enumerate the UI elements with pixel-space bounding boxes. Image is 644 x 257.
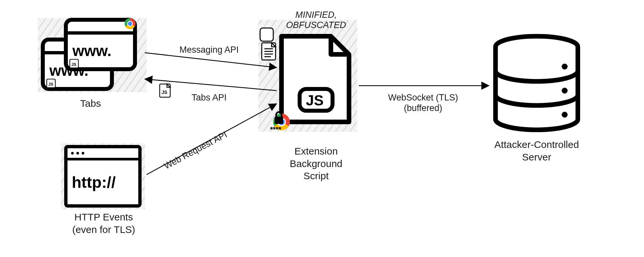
svg-point-18: [76, 152, 79, 155]
diagram-canvas: www. JS www. JS: [0, 0, 644, 257]
ext-script-label: Extension Background Script: [273, 145, 359, 182]
document-icon: [260, 28, 273, 41]
svg-point-30: [562, 88, 568, 94]
messaging-api-label: Messaging API: [173, 44, 245, 55]
svg-rect-32: [160, 84, 170, 97]
svg-text:JS: JS: [71, 62, 76, 67]
svg-rect-6: [43, 40, 112, 89]
svg-rect-27: [300, 89, 333, 111]
svg-rect-33: [275, 117, 283, 124]
ext-script-annotation: MINIFIED, OBFUSCATED: [273, 10, 359, 30]
svg-point-17: [71, 152, 74, 155]
ext-script-badge: JS: [306, 92, 324, 108]
tabs-api-label: Tabs API: [183, 92, 235, 103]
svg-point-28: [496, 36, 578, 57]
svg-rect-22: [262, 43, 276, 60]
http-window-text: http://: [72, 174, 116, 191]
websocket-label: WebSocket (TLS) (buffered): [375, 92, 471, 114]
svg-rect-5: [38, 18, 147, 92]
svg-rect-8: [47, 79, 55, 88]
tabs-window-back-text: www.: [49, 62, 88, 79]
js-file-icon-text: JS: [162, 90, 167, 95]
ext-script-node: JS: [258, 20, 357, 132]
svg-point-29: [562, 64, 568, 70]
js-file-icon: JS: [160, 84, 170, 97]
svg-point-31: [562, 112, 568, 118]
svg-rect-14: [61, 143, 145, 209]
tabs-label: Tabs: [66, 97, 115, 110]
tabs-window-front-text: www.: [72, 42, 111, 59]
page-lines-icon: [262, 43, 276, 60]
svg-rect-10: [66, 20, 135, 69]
lock-pwd-text: ****: [270, 125, 282, 133]
edge-tabs-api: [145, 79, 277, 91]
svg-rect-21: [260, 28, 273, 41]
lock-icon: [275, 112, 283, 124]
http-events-label: HTTP Events (even for TLS): [61, 211, 147, 236]
http-events-node: http://: [61, 143, 145, 209]
svg-point-19: [82, 152, 84, 155]
svg-rect-20: [258, 20, 357, 132]
server-node: [496, 36, 578, 130]
svg-rect-15: [66, 147, 140, 206]
svg-text:JS: JS: [48, 82, 53, 87]
server-label: Attacker-Controlled Server: [484, 138, 589, 163]
web-request-api-label: Web Request API: [162, 129, 229, 171]
svg-rect-12: [70, 59, 78, 68]
tabs-node: www. JS www. JS: [38, 18, 147, 92]
